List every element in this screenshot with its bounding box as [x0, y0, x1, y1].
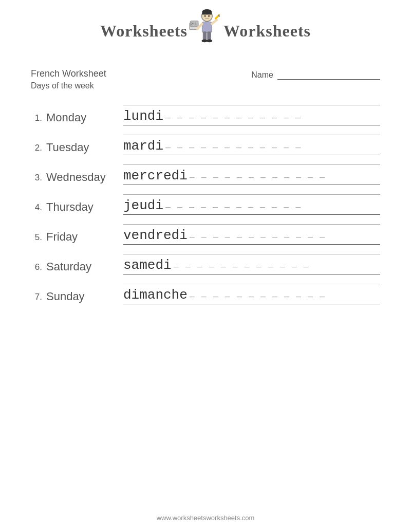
day-row: 6. Saturday samedi – – – – – – – – – – –…: [31, 245, 380, 274]
kid-logo-icon: 2+1: [188, 9, 223, 53]
day-english: Wednesday: [46, 171, 123, 185]
day-number: 6.: [31, 262, 46, 274]
logo-text-left: Worksheets: [100, 22, 188, 41]
worksheet-info: French Worksheet Days of the week Name: [0, 58, 411, 90]
day-number: 3.: [31, 173, 46, 185]
svg-rect-5: [202, 12, 212, 15]
write-bottom-row: mercredi – – – – – – – – – – – –: [123, 168, 380, 185]
day-row: 1. Monday lundi – – – – – – – – – – – –: [31, 96, 380, 125]
write-top-line: [123, 194, 380, 195]
write-top-line: [123, 284, 380, 284]
french-word: jeudi: [123, 198, 163, 213]
day-row: 3. Wednesday mercredi – – – – – – – – – …: [31, 155, 380, 185]
day-number: 1.: [31, 113, 46, 125]
day-number: 2.: [31, 143, 46, 155]
day-write-area: vendredi – – – – – – – – – – – –: [123, 224, 380, 245]
day-english: Friday: [46, 230, 123, 245]
name-field: Name: [251, 70, 380, 80]
dash-line: – – – – – – – – – – – –: [165, 112, 380, 124]
day-write-area: lundi – – – – – – – – – – – –: [123, 105, 380, 125]
french-word: mardi: [123, 138, 163, 154]
svg-text:2+1: 2+1: [191, 22, 197, 26]
french-word: lundi: [123, 108, 163, 124]
day-number: 5.: [31, 232, 46, 245]
day-row: 7. Sunday dimanche – – – – – – – – – – –…: [31, 274, 380, 304]
day-number: 4.: [31, 203, 46, 215]
write-top-line: [123, 224, 380, 225]
day-english: Saturday: [46, 260, 123, 274]
name-label: Name: [251, 70, 273, 80]
svg-point-6: [204, 15, 206, 17]
day-write-area: samedi – – – – – – – – – – – –: [123, 254, 380, 274]
write-top-line: [123, 105, 380, 105]
logo-text-right: Worksheets: [223, 22, 311, 41]
write-top-line: [123, 135, 380, 135]
french-word: dimanche: [123, 287, 188, 303]
footer-url: www.worksheetsworksheets.com: [157, 514, 255, 522]
name-write-line: [277, 70, 380, 80]
dash-line: – – – – – – – – – – – –: [190, 172, 380, 184]
day-row: 5. Friday vendredi – – – – – – – – – – –…: [31, 215, 380, 245]
dash-line: – – – – – – – – – – – –: [174, 261, 380, 273]
worksheet-subtitle: Days of the week: [31, 81, 106, 90]
svg-rect-14: [208, 31, 211, 40]
day-write-area: dimanche – – – – – – – – – – – –: [123, 284, 380, 304]
day-english: Tuesday: [46, 141, 123, 155]
write-bottom-row: lundi – – – – – – – – – – – –: [123, 108, 380, 125]
worksheet-title: French Worksheet: [31, 68, 106, 79]
svg-point-7: [208, 15, 210, 17]
dash-line: – – – – – – – – – – – –: [165, 142, 380, 154]
svg-point-16: [207, 40, 212, 43]
day-write-area: mardi – – – – – – – – – – – –: [123, 135, 380, 155]
day-english: Sunday: [46, 290, 123, 304]
svg-rect-13: [203, 31, 207, 40]
write-top-line: [123, 254, 380, 254]
footer: www.worksheetsworksheets.com: [0, 499, 411, 527]
day-write-area: jeudi – – – – – – – – – – – –: [123, 194, 380, 215]
dash-line: – – – – – – – – – – – –: [190, 291, 380, 303]
write-bottom-row: samedi – – – – – – – – – – – –: [123, 258, 380, 274]
write-bottom-row: jeudi – – – – – – – – – – – –: [123, 198, 380, 215]
worksheet-title-block: French Worksheet Days of the week: [31, 68, 106, 90]
svg-rect-8: [202, 22, 212, 33]
french-word: vendredi: [123, 228, 188, 243]
french-word: samedi: [123, 258, 172, 273]
dash-line: – – – – – – – – – – – –: [190, 231, 380, 243]
french-word: mercredi: [123, 168, 188, 184]
dash-line: – – – – – – – – – – – –: [165, 201, 380, 213]
write-top-line: [123, 164, 380, 165]
day-english: Thursday: [46, 200, 123, 215]
day-row: 4. Thursday jeudi – – – – – – – – – – – …: [31, 185, 380, 215]
day-row: 2. Tuesday mardi – – – – – – – – – – – –: [31, 125, 380, 155]
day-number: 7.: [31, 292, 46, 304]
day-write-area: mercredi – – – – – – – – – – – –: [123, 164, 380, 185]
days-container: 1. Monday lundi – – – – – – – – – – – – …: [0, 90, 411, 304]
write-bottom-row: mardi – – – – – – – – – – – –: [123, 138, 380, 155]
write-bottom-row: vendredi – – – – – – – – – – – –: [123, 228, 380, 245]
day-english: Monday: [46, 111, 123, 125]
write-bottom-row: dimanche – – – – – – – – – – – –: [123, 287, 380, 304]
svg-line-10: [212, 20, 216, 24]
header: Worksheets 2+1 Worksheets: [0, 0, 411, 58]
